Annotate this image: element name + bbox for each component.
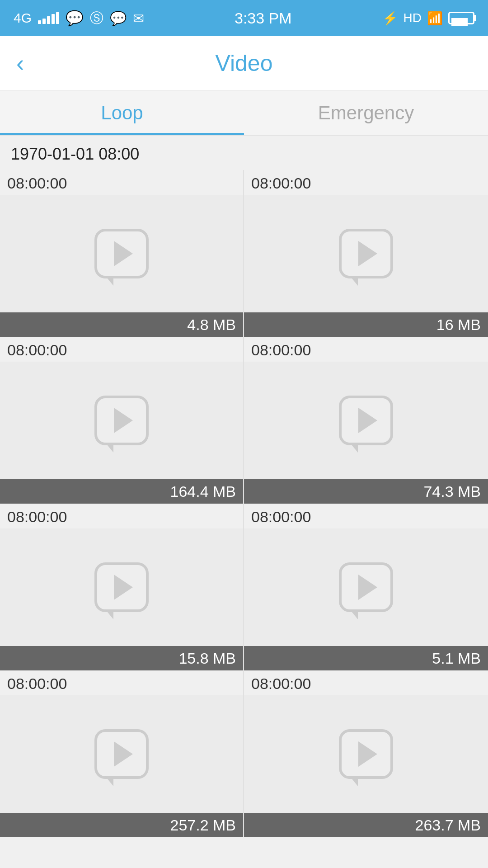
date-header: 1970-01-01 08:00: [0, 136, 488, 170]
video-item[interactable]: 08:00:00 16 MB: [244, 170, 488, 337]
wechat-icon: 💬: [66, 9, 84, 27]
video-size: 4.8 MB: [187, 316, 236, 334]
video-size-bar: 4.8 MB: [0, 312, 243, 337]
video-timestamp: 08:00:00: [244, 337, 488, 362]
video-size: 164.4 MB: [170, 483, 236, 500]
video-thumbnail: [244, 695, 488, 813]
video-size-bar: 5.1 MB: [244, 646, 488, 670]
video-thumbnail: [0, 528, 243, 646]
video-item[interactable]: 08:00:00 4.8 MB: [0, 170, 244, 337]
video-size-bar: 15.8 MB: [0, 646, 243, 670]
play-triangle-icon: [114, 241, 133, 266]
tabs-bar: Loop Emergency: [0, 90, 488, 136]
signal-icon: [38, 12, 59, 24]
video-thumbnail: [244, 362, 488, 479]
video-size-bar: 74.3 MB: [244, 479, 488, 504]
play-triangle-icon: [358, 741, 377, 767]
play-triangle-icon: [114, 408, 133, 433]
play-icon-wrap: [94, 396, 149, 445]
wifi-icon: 📶: [427, 11, 443, 26]
mail-icon: ✉: [133, 10, 144, 26]
back-button[interactable]: ‹: [16, 50, 24, 77]
tab-loop[interactable]: Loop: [0, 90, 244, 135]
status-bar: 4G 💬 Ⓢ 💬 ✉ 3:33 PM ⚡ HD 📶: [0, 0, 488, 36]
play-triangle-icon: [114, 741, 133, 767]
video-thumbnail: [244, 195, 488, 312]
video-item[interactable]: 08:00:00 5.1 MB: [244, 504, 488, 670]
video-size-bar: 257.2 MB: [0, 813, 243, 837]
tab-emergency[interactable]: Emergency: [244, 90, 488, 135]
video-item[interactable]: 08:00:00 74.3 MB: [244, 337, 488, 504]
video-thumbnail: [244, 528, 488, 646]
play-icon-wrap: [339, 729, 393, 779]
video-item[interactable]: 08:00:00 164.4 MB: [0, 337, 244, 504]
video-size-bar: 164.4 MB: [0, 479, 243, 504]
play-icon-wrap: [339, 562, 393, 612]
play-icon-wrap: [339, 396, 393, 445]
hd-label: HD: [404, 11, 422, 25]
play-icon-wrap: [339, 229, 393, 278]
video-size-bar: 263.7 MB: [244, 813, 488, 837]
carrier-label: 4G: [14, 10, 32, 26]
bank-icon: Ⓢ: [90, 9, 103, 28]
video-thumbnail: [0, 195, 243, 312]
video-timestamp: 08:00:00: [0, 504, 243, 528]
play-triangle-icon: [358, 241, 377, 266]
video-timestamp: 08:00:00: [0, 337, 243, 362]
video-item[interactable]: 08:00:00 263.7 MB: [244, 670, 488, 837]
video-grid: 08:00:00 4.8 MB 08:00:00 16 MB 08:00:00: [0, 170, 488, 837]
page-title: Video: [216, 50, 273, 76]
video-size: 16 MB: [436, 316, 481, 334]
video-thumbnail: [0, 362, 243, 479]
video-size: 257.2 MB: [170, 816, 236, 834]
status-right: ⚡ HD 📶: [382, 11, 474, 26]
video-timestamp: 08:00:00: [0, 170, 243, 195]
video-timestamp: 08:00:00: [244, 170, 488, 195]
play-triangle-icon: [358, 575, 377, 600]
play-icon-wrap: [94, 729, 149, 779]
video-timestamp: 08:00:00: [0, 670, 243, 695]
charging-icon: ⚡: [382, 11, 398, 26]
video-size: 74.3 MB: [423, 483, 481, 500]
message-icon: 💬: [110, 10, 127, 26]
play-icon-wrap: [94, 562, 149, 612]
play-icon-wrap: [94, 229, 149, 278]
video-size: 263.7 MB: [415, 816, 481, 834]
play-triangle-icon: [358, 408, 377, 433]
status-left: 4G 💬 Ⓢ 💬 ✉: [14, 9, 144, 28]
header: ‹ Video: [0, 36, 488, 90]
video-thumbnail: [0, 695, 243, 813]
video-item[interactable]: 08:00:00 15.8 MB: [0, 504, 244, 670]
video-timestamp: 08:00:00: [244, 504, 488, 528]
video-size: 15.8 MB: [178, 650, 236, 667]
video-timestamp: 08:00:00: [244, 670, 488, 695]
video-item[interactable]: 08:00:00 257.2 MB: [0, 670, 244, 837]
battery-icon: [448, 12, 474, 24]
video-size-bar: 16 MB: [244, 312, 488, 337]
time-display: 3:33 PM: [235, 9, 292, 27]
video-size: 5.1 MB: [432, 650, 481, 667]
play-triangle-icon: [114, 575, 133, 600]
